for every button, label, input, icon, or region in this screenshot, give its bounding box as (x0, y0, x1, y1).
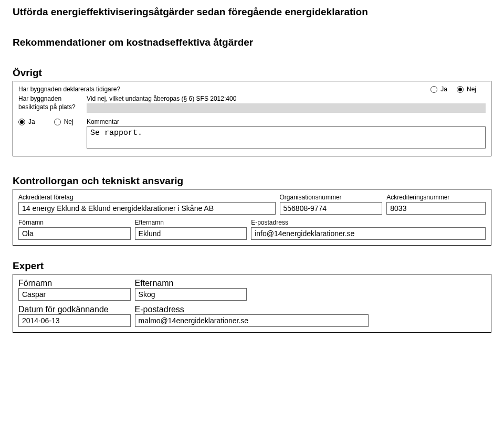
lname-field[interactable]: Eklund (135, 227, 247, 240)
expert-date-field[interactable]: 2014-06-13 (18, 314, 131, 327)
expert-lname-field[interactable]: Skog (135, 288, 247, 301)
declared-nej-option[interactable]: Nej (457, 86, 476, 93)
heading-expert: Expert (13, 260, 491, 272)
radio-icon (18, 119, 25, 125)
radio-icon (430, 86, 437, 93)
lname-label: Efternamn (135, 219, 247, 226)
company-label: Ackrediterat företag (18, 194, 276, 201)
company-field[interactable]: 14 energy Eklund & Eklund energideklarat… (18, 202, 276, 215)
ovrigt-panel: Har byggnaden deklarerats tidigare? Ja N… (13, 81, 491, 156)
fname-field[interactable]: Ola (18, 227, 131, 240)
expert-date-label: Datum för godkännande (18, 305, 131, 314)
acknr-label: Ackrediteringsnummer (386, 194, 486, 201)
expert-email-field[interactable]: malmo@14energideklarationer.se (135, 314, 369, 327)
undantag-field[interactable] (87, 103, 486, 113)
radio-icon (54, 119, 61, 125)
declared-question-label: Har byggnaden deklarerats tidigare? (18, 86, 120, 93)
expert-fname-field[interactable]: Caspar (18, 288, 131, 301)
radio-icon (457, 86, 464, 93)
kontrollorgan-panel: Ackrediterat företag 14 energy Eklund & … (13, 189, 491, 246)
declared-ja-option[interactable]: Ja (430, 86, 447, 93)
inspected-ja-option[interactable]: Ja (18, 118, 35, 126)
expert-fname-label: Förnamn (18, 279, 131, 288)
inspected-ja-label: Ja (28, 118, 35, 126)
orgnr-field[interactable]: 556808-9774 (280, 202, 383, 215)
email-label: E-postadress (251, 219, 486, 226)
inspected-nej-label: Nej (64, 118, 74, 126)
expert-lname-label: Efternamn (135, 279, 247, 288)
heading-ovrigt: Övrigt (13, 67, 491, 79)
undantag-label: Vid nej, vilket undantag åberopas (§ 6) … (87, 95, 486, 102)
heading-rekommendationer: Rekommendationer om kostnadseffektiva åt… (13, 37, 491, 48)
acknr-field[interactable]: 8033 (386, 202, 486, 215)
declared-nej-label: Nej (467, 86, 476, 93)
inspected-question-label: Har byggnaden besiktigats på plats? (18, 95, 87, 111)
heading-utforda: Utförda energieffektiviseringsåtgärder s… (13, 6, 491, 18)
kommentar-field[interactable]: Se rapport. (87, 126, 486, 149)
inspected-nej-option[interactable]: Nej (54, 118, 74, 126)
kommentar-label: Kommentar (87, 118, 486, 125)
email-field[interactable]: info@14energideklarationer.se (251, 227, 486, 240)
fname-label: Förnamn (18, 219, 131, 226)
expert-panel: Förnamn Caspar Efternamn Skog Datum för … (13, 274, 491, 333)
declared-ja-label: Ja (440, 86, 447, 93)
orgnr-label: Organisationsnummer (280, 194, 383, 201)
expert-email-label: E-postadress (135, 305, 369, 314)
heading-kontrollorgan: Kontrollorgan och tekniskt ansvarig (13, 175, 491, 187)
